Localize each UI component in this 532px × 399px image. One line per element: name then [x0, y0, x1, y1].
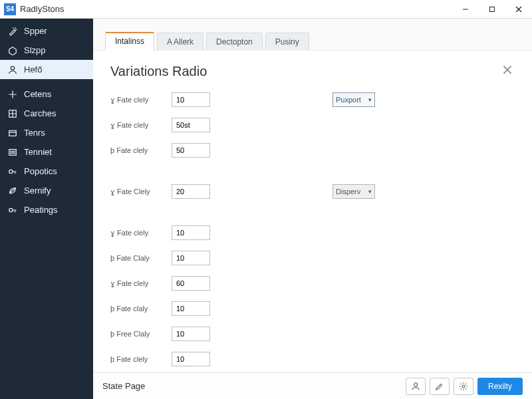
form-row: ɣ Fate clely — [110, 117, 515, 133]
key-icon — [8, 167, 17, 176]
content-area: Variations Radio ɣ Fate clelyPuxport▾ɣ F… — [93, 51, 532, 372]
svg-point-12 — [414, 382, 417, 386]
chevron-down-icon: ▾ — [368, 96, 372, 103]
titlebar: S4 RadlyStons — [0, 0, 532, 19]
tab-a-allerk[interactable]: A Allerk — [157, 33, 203, 51]
footer-label: State Page — [102, 381, 145, 391]
sidebar-item-cetens[interactable]: Cetens — [0, 84, 93, 104]
field-label: þ Fate claly — [110, 305, 162, 313]
app-logo: S4 — [4, 3, 16, 15]
form-row: ɣ Fate clely — [110, 275, 515, 291]
footer-primary-button[interactable]: Rexilty — [477, 378, 523, 395]
svg-point-9 — [9, 208, 13, 211]
select-value: Puxport — [336, 96, 361, 104]
field-input[interactable] — [172, 92, 210, 107]
field-label: þ Free Claly — [110, 330, 162, 338]
tabbar: IntalinssA AllerkDectoptonPusiny — [93, 19, 532, 51]
form-row: þ Fate clely — [110, 142, 515, 158]
sidebar-item-sernify[interactable]: Sernify — [0, 181, 93, 200]
form: ɣ Fate clelyPuxport▾ɣ Fate clelyþ Fate c… — [110, 92, 515, 367]
form-row: þ Fate Claly — [110, 250, 515, 266]
form-row: ɣ Fate clelyPuxport▾ — [110, 92, 515, 108]
form-row: þ Fate clely — [110, 351, 515, 367]
field-select[interactable]: Puxport▾ — [332, 92, 375, 107]
field-input[interactable] — [172, 352, 210, 366]
field-input[interactable] — [172, 327, 210, 341]
field-input[interactable] — [172, 276, 210, 291]
field-input[interactable] — [172, 184, 210, 199]
sidebar-item-label: Sernify — [24, 186, 51, 196]
svg-rect-6 — [9, 130, 17, 136]
sidebar-item-slzpp[interactable]: Slzpp — [0, 41, 93, 60]
minimize-button[interactable] — [452, 0, 479, 19]
field-label: þ Fate clely — [110, 355, 162, 363]
footer-settings-button[interactable] — [454, 378, 473, 395]
field-label: þ Fate clely — [110, 146, 162, 154]
field-label: þ Fate Claly — [110, 254, 162, 262]
select-value: Disperv — [336, 188, 360, 196]
sidebar-item-label: Tenrs — [24, 128, 45, 138]
sidebar-item-carches[interactable]: Carches — [0, 104, 93, 123]
maximize-button[interactable] — [479, 0, 505, 19]
field-input[interactable] — [172, 143, 210, 158]
svg-rect-1 — [490, 7, 495, 11]
tab-intalinss[interactable]: Intalinss — [105, 32, 154, 51]
sidebar-item-label: Peatings — [24, 205, 58, 215]
sidebar-item-label: Slzpp — [24, 45, 46, 55]
grid-icon — [8, 109, 17, 118]
sidebar-item-spper[interactable]: Spper — [0, 21, 93, 41]
svg-point-13 — [462, 385, 465, 388]
sidebar-item-hefő[interactable]: Hefő — [0, 60, 93, 79]
sidebar-item-tenniet[interactable]: Tenniet — [0, 142, 93, 162]
field-label: ɣ Fate Clely — [110, 188, 162, 196]
sidebar-item-label: Hefő — [24, 65, 42, 74]
sidebar-item-label: Spper — [24, 26, 47, 36]
sidebar-item-label: Cetens — [24, 89, 51, 99]
field-input[interactable] — [172, 225, 210, 240]
sidebar-item-label: Carches — [24, 108, 56, 118]
footer: State Page Rexilty — [93, 372, 532, 399]
field-label: ɣ Fate clely — [110, 96, 162, 104]
field-label: ɣ Fate clely — [110, 229, 162, 237]
form-row: þ Free Claly — [110, 326, 515, 342]
sidebar-item-popotics[interactable]: Popotics — [0, 162, 93, 181]
list-icon — [8, 148, 17, 157]
close-button[interactable] — [505, 0, 532, 19]
field-input[interactable] — [172, 118, 210, 132]
chevron-down-icon: ▾ — [368, 188, 372, 195]
leaf-icon — [8, 186, 17, 196]
main-panel: IntalinssA AllerkDectoptonPusiny Variati… — [93, 19, 532, 399]
field-label: ɣ Fate clely — [110, 279, 162, 288]
sidebar-item-label: Tenniet — [24, 147, 52, 157]
field-input[interactable] — [172, 301, 210, 316]
sidebar-item-tenrs[interactable]: Tenrs — [0, 123, 93, 142]
key-icon — [8, 205, 17, 215]
form-row: ɣ Fate clely — [110, 225, 515, 241]
svg-point-4 — [11, 66, 14, 69]
sidebar-item-label: Popotics — [24, 166, 57, 176]
sidebar-item-peatings[interactable]: Peatings — [0, 200, 93, 219]
footer-edit-button[interactable] — [430, 378, 450, 395]
field-label: ɣ Fate clely — [110, 121, 162, 130]
sidebar: SpperSlzppHefőCetensCarchesTenrsTennietP… — [0, 19, 93, 399]
user-icon — [8, 65, 17, 74]
close-icon[interactable] — [500, 63, 515, 80]
plus-icon — [8, 90, 17, 99]
tab-dectopton[interactable]: Dectopton — [206, 33, 263, 51]
wand-icon — [8, 27, 17, 36]
footer-user-button[interactable] — [406, 378, 426, 395]
form-row: ɣ Fate ClelyDisperv▾ — [110, 184, 515, 200]
field-select[interactable]: Disperv▾ — [332, 184, 375, 199]
form-row: þ Fate claly — [110, 301, 515, 317]
svg-point-8 — [9, 170, 13, 173]
tag-icon — [8, 46, 17, 55]
window-controls — [452, 0, 532, 19]
page-title: Variations Radio — [110, 64, 207, 79]
box-icon — [8, 128, 17, 138]
app-title: RadlyStons — [20, 4, 64, 14]
tab-pusiny[interactable]: Pusiny — [265, 33, 309, 51]
field-input[interactable] — [172, 251, 210, 265]
